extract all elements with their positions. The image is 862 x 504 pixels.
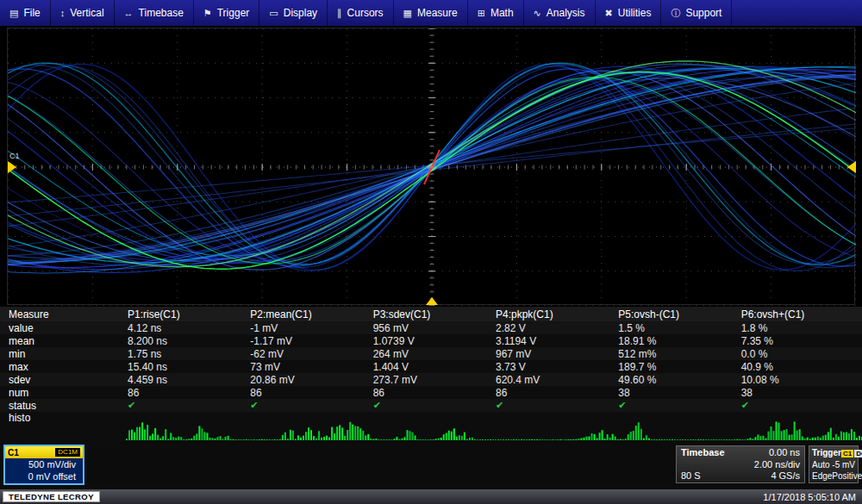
cursors-icon: ∥ — [337, 8, 342, 19]
trigger-level: -5 mV — [832, 459, 855, 471]
cell-num-p4: 86 — [494, 387, 616, 399]
measure-row-status: status ✔ ✔ ✔ ✔ ✔ ✔ — [0, 399, 862, 412]
channel-scale: 500 mV/div — [5, 458, 83, 470]
menu-item-cursors[interactable]: ∥Cursors — [328, 0, 394, 26]
measure-header-p3[interactable]: P3:sdev(C1) — [372, 308, 494, 320]
row-label: num — [0, 387, 126, 399]
measure-icon: ▦ — [403, 8, 412, 19]
cell-sdev-p3: 273.7 mV — [372, 374, 494, 386]
timebase-rate: 4 GS/s — [771, 470, 800, 482]
cell-min-p6: 0.0 % — [740, 348, 862, 360]
cell-max-p4: 3.73 V — [494, 361, 616, 373]
cell-mean-p1: 8.200 ns — [126, 335, 248, 347]
cell-sdev-p1: 4.459 ns — [126, 374, 248, 386]
menu-item-utilities[interactable]: ✖Utilities — [596, 0, 662, 26]
status-check-icon: ✔ — [248, 400, 371, 411]
utilities-icon: ✖ — [605, 8, 613, 19]
brand-logo: TELEDYNE LECROY — [3, 491, 100, 502]
status-check-icon: ✔ — [740, 400, 862, 411]
cell-mean-p4: 3.1194 V — [494, 335, 616, 347]
cell-num-p3: 86 — [372, 387, 494, 399]
cell-value-p1: 4.12 ns — [126, 322, 248, 334]
menu-label-utilities: Utilities — [618, 7, 652, 19]
trigger-mode: Auto — [812, 459, 830, 471]
timebase-samples: 80 S — [681, 470, 701, 482]
trigger-level-marker[interactable] — [847, 161, 856, 173]
cell-min-p2: -62 mV — [248, 348, 371, 360]
measure-header-row: Measure P1:rise(C1) P2:mean(C1) P3:sdev(… — [0, 307, 862, 321]
trigger-source-badge: C1 — [841, 450, 853, 457]
cell-sdev-p5: 49.60 % — [616, 374, 739, 386]
menu-item-math[interactable]: ⊞Math — [468, 0, 524, 26]
menu-label-timebase: Timebase — [139, 7, 184, 19]
menu-label-vertical: Vertical — [70, 7, 103, 19]
cell-max-p6: 40.9 % — [740, 361, 862, 373]
menu-label-measure: Measure — [417, 7, 458, 19]
menu-item-vertical[interactable]: ↕Vertical — [51, 0, 115, 26]
menu-label-trigger: Trigger — [217, 7, 250, 19]
waveform-canvas: C1 — [8, 28, 856, 306]
measure-table: Measure P1:rise(C1) P2:mean(C1) P3:sdev(… — [0, 307, 862, 441]
cell-sdev-p4: 620.4 mV — [494, 374, 616, 386]
trigger-descriptor[interactable]: Trigger C1DC Auto -5 mV Edge Positive — [809, 445, 859, 483]
waveform-display[interactable]: C1 — [7, 28, 855, 305]
trigger-title: Trigger — [812, 447, 841, 459]
cell-min-p3: 264 mV — [372, 348, 494, 360]
cell-mean-p5: 18.91 % — [616, 335, 739, 347]
menu-item-analysis[interactable]: ∿Analysis — [524, 0, 596, 26]
measure-row-num: num 86 86 86 86 38 38 — [0, 386, 862, 399]
channel-name: C1 — [8, 448, 19, 457]
row-label: sdev — [0, 374, 126, 386]
menu-label-cursors: Cursors — [347, 7, 384, 19]
cell-min-p4: 967 mV — [494, 348, 616, 360]
cell-max-p1: 15.40 ns — [126, 361, 248, 373]
timebase-delay: 0.00 ns — [769, 447, 800, 459]
analysis-icon: ∿ — [534, 8, 541, 19]
menu-item-file[interactable]: ▤File — [0, 0, 51, 26]
trigger-time-marker[interactable] — [426, 297, 438, 305]
row-label: value — [0, 322, 126, 334]
channel-descriptor-c1[interactable]: C1 DC1M 500 mV/div 0 mV offset — [3, 445, 84, 485]
measure-header-label: Measure — [0, 308, 126, 320]
math-icon: ⊞ — [478, 8, 485, 19]
measure-header-p6[interactable]: P6:ovsh+(C1) — [740, 308, 862, 320]
menu-item-timebase[interactable]: ↔Timebase — [115, 0, 194, 26]
measure-header-p5[interactable]: P5:ovsh-(C1) — [616, 308, 739, 320]
channel-label[interactable]: C1 — [9, 152, 20, 160]
timebase-title: Timebase — [681, 447, 725, 459]
menu-item-support[interactable]: ⓘSupport — [661, 0, 732, 26]
measure-row-value: value 4.12 ns -1 mV 956 mV 2.82 V 1.5 % … — [0, 321, 862, 334]
menu-label-file: File — [23, 7, 40, 19]
cell-value-p6: 1.8 % — [740, 322, 862, 334]
status-check-icon: ✔ — [616, 400, 739, 411]
timebase-scale: 2.00 ns/div — [754, 459, 800, 471]
row-label: histo — [0, 412, 126, 424]
channel-title-bar: C1 DC1M — [5, 446, 83, 458]
measure-row-sdev: sdev 4.459 ns 20.86 mV 273.7 mV 620.4 mV… — [0, 373, 862, 386]
measure-header-p2[interactable]: P2:mean(C1) — [248, 308, 371, 320]
measure-header-p4[interactable]: P4:pkpk(C1) — [494, 308, 616, 320]
timebase-descriptor[interactable]: Timebase 0.00 ns 2.00 ns/div 80 S 4 GS/s — [676, 445, 805, 483]
support-icon: ⓘ — [671, 7, 680, 20]
cell-max-p2: 73 mV — [248, 361, 371, 373]
measure-histogram — [126, 413, 862, 440]
trigger-type: Edge — [812, 470, 832, 482]
cell-num-p5: 38 — [616, 387, 739, 399]
cell-value-p5: 1.5 % — [616, 322, 739, 334]
channel-offset: 0 mV offset — [5, 470, 83, 482]
measure-header-p1[interactable]: P1:rise(C1) — [126, 308, 248, 320]
oscilloscope-app: ▤File ↕Vertical ↔Timebase ⚑Trigger ▭Disp… — [0, 0, 862, 504]
menu-bar: ▤File ↕Vertical ↔Timebase ⚑Trigger ▭Disp… — [0, 0, 862, 26]
menu-item-display[interactable]: ▭Display — [259, 0, 328, 26]
cell-min-p5: 512 m% — [616, 348, 739, 360]
menu-item-measure[interactable]: ▦Measure — [394, 0, 468, 26]
trigger-slope: Positive — [832, 470, 862, 482]
measure-row-mean: mean 8.200 ns -1.17 mV 1.0739 V 3.1194 V… — [0, 334, 862, 347]
display-icon: ▭ — [269, 8, 278, 19]
cell-sdev-p2: 20.86 mV — [248, 374, 371, 386]
menu-item-trigger[interactable]: ⚑Trigger — [194, 0, 259, 26]
cell-value-p2: -1 mV — [248, 322, 371, 334]
trigger-icon: ⚑ — [203, 8, 212, 19]
menu-label-support: Support — [685, 7, 721, 19]
row-label: mean — [0, 335, 126, 347]
